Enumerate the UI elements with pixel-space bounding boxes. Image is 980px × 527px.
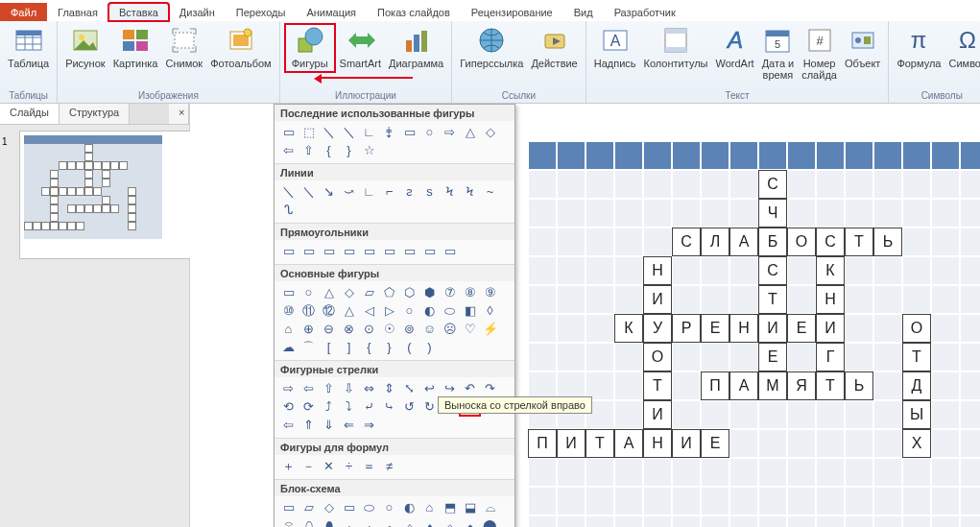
shape-item[interactable]: ◐	[420, 302, 439, 319]
crossword-cell[interactable]	[701, 487, 729, 515]
shape-item[interactable]: ⭽	[380, 124, 398, 140]
crossword-cell[interactable]	[557, 199, 586, 228]
crossword-cell[interactable]	[643, 170, 672, 199]
shape-item[interactable]: ÷	[340, 458, 358, 474]
crossword-cell[interactable]	[960, 256, 980, 285]
tab-Вставка[interactable]: Вставка	[108, 3, 169, 21]
shape-item[interactable]: ⬥	[461, 517, 479, 527]
shape-item[interactable]: ＼	[279, 183, 298, 200]
crossword-cell[interactable]	[528, 458, 557, 487]
shape-item[interactable]: ⌓	[481, 499, 499, 515]
crossword-cell[interactable]	[902, 515, 931, 527]
shape-item[interactable]: ⇕	[380, 380, 398, 396]
shape-item[interactable]: Ϟ	[441, 183, 459, 200]
crossword-cell[interactable]	[816, 141, 845, 170]
crossword-cell[interactable]	[787, 458, 816, 487]
crossword-cell[interactable]	[816, 515, 845, 527]
crossword-cell[interactable]	[845, 170, 873, 199]
crossword-cell[interactable]	[672, 285, 701, 314]
ribbon-btn-equation[interactable]: πФормула	[893, 23, 944, 71]
crossword-cell[interactable]	[701, 256, 729, 285]
shape-item[interactable]: ↩	[420, 380, 439, 396]
shape-item[interactable]: ⇦	[279, 417, 298, 433]
crossword-cell[interactable]	[701, 515, 729, 527]
shape-item[interactable]: ⇩	[340, 380, 358, 396]
crossword-cell[interactable]	[960, 429, 980, 458]
crossword-cell[interactable]	[931, 429, 960, 458]
shape-item[interactable]: {	[360, 339, 378, 355]
shape-item[interactable]: ⟳	[299, 398, 318, 415]
crossword-cell[interactable]	[873, 458, 902, 487]
tab-Разработчик[interactable]: Разработчик	[604, 3, 686, 21]
crossword-cell[interactable]	[960, 371, 980, 400]
crossword-cell[interactable]: С	[672, 228, 701, 256]
ribbon-btn-slidenum[interactable]: #Номер слайда	[798, 23, 841, 83]
crossword-cell[interactable]	[729, 285, 758, 314]
tab-Главная[interactable]: Главная	[47, 3, 108, 21]
crossword-cell[interactable]: И	[643, 400, 672, 429]
crossword-table[interactable]: СЧСЛАБОСТЬНСКИТНКУРЕНИЕИООЕГТТПАМЯТЬДИЫП…	[528, 141, 980, 527]
crossword-cell[interactable]	[931, 371, 960, 400]
shape-item[interactable]: ⬭	[441, 302, 459, 319]
crossword-cell[interactable]: Г	[816, 343, 845, 371]
crossword-cell[interactable]	[729, 199, 758, 228]
crossword-cell[interactable]	[729, 141, 758, 170]
shape-item[interactable]: ＼	[340, 124, 358, 140]
crossword-cell[interactable]	[729, 429, 758, 458]
shape-item[interactable]: ▭	[400, 124, 418, 140]
crossword-cell[interactable]	[672, 371, 701, 400]
crossword-cell[interactable]	[586, 199, 614, 228]
crossword-cell[interactable]	[614, 199, 643, 228]
crossword-cell[interactable]	[873, 515, 902, 527]
crossword-cell[interactable]	[873, 314, 902, 343]
crossword-cell[interactable]	[873, 199, 902, 228]
shape-item[interactable]: ▭	[441, 243, 459, 259]
shape-item[interactable]: △	[340, 302, 358, 319]
crossword-cell[interactable]	[931, 343, 960, 371]
shape-item[interactable]: ⬒	[441, 499, 459, 515]
crossword-cell[interactable]	[960, 343, 980, 371]
crossword-cell[interactable]	[960, 285, 980, 314]
crossword-cell[interactable]	[931, 199, 960, 228]
crossword-cell[interactable]: П	[701, 371, 729, 400]
crossword-cell[interactable]	[528, 285, 557, 314]
shape-item[interactable]: ↘	[320, 183, 338, 200]
shape-item[interactable]: ○	[299, 284, 318, 300]
crossword-cell[interactable]	[643, 141, 672, 170]
shape-item[interactable]: }	[340, 142, 358, 158]
crossword-cell[interactable]	[787, 285, 816, 314]
crossword-cell[interactable]: Т	[845, 228, 873, 256]
shape-item[interactable]: ⬤	[481, 517, 499, 527]
crossword-cell[interactable]	[816, 400, 845, 429]
crossword-cell[interactable]	[873, 487, 902, 515]
crossword-cell[interactable]	[931, 314, 960, 343]
crossword-cell[interactable]	[787, 141, 816, 170]
shape-item[interactable]: ⤴	[320, 398, 338, 415]
shape-item[interactable]: ▭	[320, 243, 338, 259]
crossword-cell[interactable]	[960, 141, 980, 170]
crossword-cell[interactable]	[643, 458, 672, 487]
shape-item[interactable]: ◁	[360, 302, 378, 319]
crossword-cell[interactable]: П	[528, 429, 557, 458]
slide-tab-slides[interactable]: Слайды	[0, 104, 60, 124]
crossword-cell[interactable]	[672, 141, 701, 170]
shape-item[interactable]: ⑩	[279, 302, 298, 319]
ribbon-btn-headerfooter[interactable]: Колонтитулы	[640, 23, 712, 71]
crossword-cell[interactable]	[672, 170, 701, 199]
crossword-cell[interactable]	[960, 228, 980, 256]
ribbon-btn-wordart[interactable]: AWordArt	[712, 23, 758, 71]
crossword-cell[interactable]	[701, 141, 729, 170]
crossword-cell[interactable]: Л	[701, 228, 729, 256]
crossword-cell[interactable]	[873, 400, 902, 429]
tab-Дизайн[interactable]: Дизайн	[169, 3, 226, 21]
crossword-cell[interactable]	[614, 343, 643, 371]
crossword-cell[interactable]	[931, 141, 960, 170]
crossword-cell[interactable]	[902, 199, 931, 228]
shape-item[interactable]: ⬫	[340, 517, 358, 527]
shape-item[interactable]: ⇓	[320, 417, 338, 433]
crossword-cell[interactable]	[960, 515, 980, 527]
crossword-cell[interactable]: Е	[701, 429, 729, 458]
crossword-cell[interactable]	[787, 515, 816, 527]
crossword-cell[interactable]: Т	[758, 285, 787, 314]
shape-item[interactable]: ⌔	[279, 517, 298, 527]
